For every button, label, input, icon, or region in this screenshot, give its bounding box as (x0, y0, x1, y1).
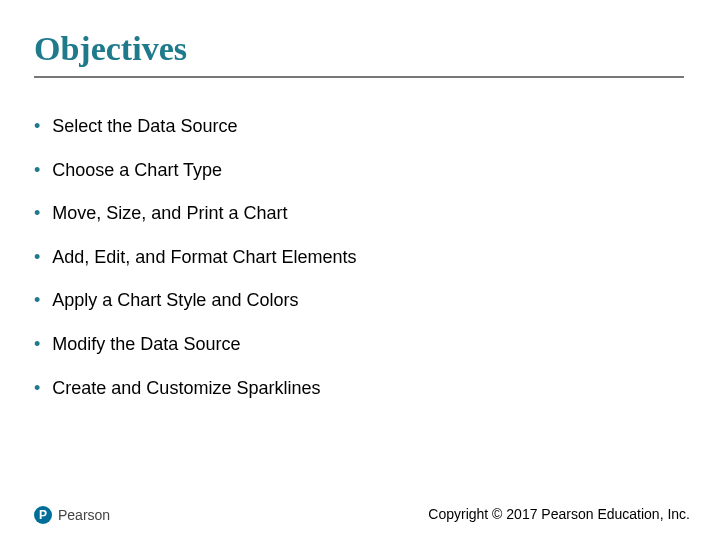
list-item: • Select the Data Source (34, 116, 674, 138)
copyright-text: Copyright © 2017 Pearson Education, Inc. (428, 506, 690, 522)
bullet-icon: • (34, 290, 40, 312)
slide-title: Objectives (34, 30, 684, 78)
bullet-icon: • (34, 160, 40, 182)
list-item: • Choose a Chart Type (34, 160, 674, 182)
list-item-label: Add, Edit, and Format Chart Elements (52, 247, 356, 269)
list-item: • Modify the Data Source (34, 334, 674, 356)
logo-text: Pearson (58, 507, 110, 523)
list-item-label: Move, Size, and Print a Chart (52, 203, 287, 225)
bullet-icon: • (34, 334, 40, 356)
list-item-label: Choose a Chart Type (52, 160, 222, 182)
list-item-label: Select the Data Source (52, 116, 237, 138)
bullet-icon: • (34, 116, 40, 138)
list-item: • Create and Customize Sparklines (34, 378, 674, 400)
list-item-label: Modify the Data Source (52, 334, 240, 356)
logo-badge-icon: P (34, 506, 52, 524)
bullet-icon: • (34, 378, 40, 400)
objectives-list: • Select the Data Source • Choose a Char… (34, 116, 674, 421)
publisher-logo: P Pearson (34, 506, 110, 524)
bullet-icon: • (34, 247, 40, 269)
list-item: • Add, Edit, and Format Chart Elements (34, 247, 674, 269)
slide: Objectives • Select the Data Source • Ch… (0, 0, 720, 540)
list-item-label: Apply a Chart Style and Colors (52, 290, 298, 312)
list-item-label: Create and Customize Sparklines (52, 378, 320, 400)
list-item: • Apply a Chart Style and Colors (34, 290, 674, 312)
list-item: • Move, Size, and Print a Chart (34, 203, 674, 225)
bullet-icon: • (34, 203, 40, 225)
